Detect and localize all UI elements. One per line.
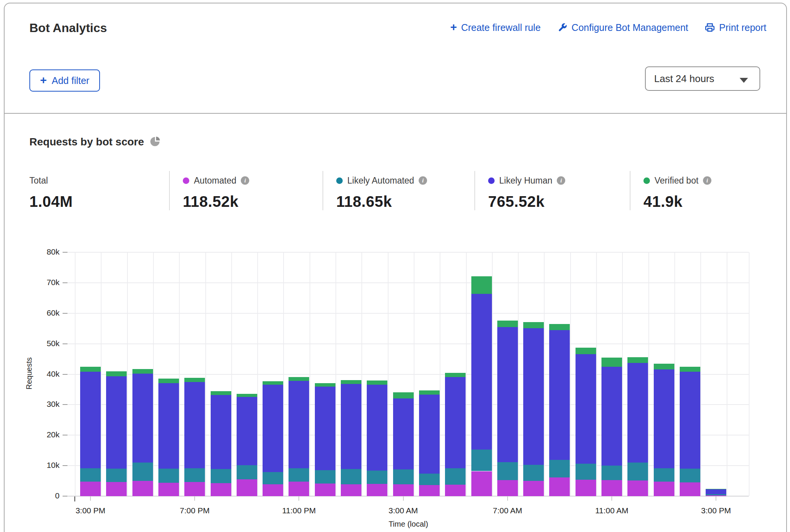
bar-segment-verified-bot[interactable] (393, 392, 414, 398)
bar-segment-likely-automated[interactable] (706, 494, 726, 495)
bar-segment-likely-human[interactable] (419, 395, 440, 474)
bar-segment-verified-bot[interactable] (706, 489, 726, 489)
bar-segment-verified-bot[interactable] (601, 358, 622, 367)
bar-segment-likely-automated[interactable] (289, 468, 309, 481)
bar-segment-verified-bot[interactable] (158, 379, 179, 383)
bar-segment-automated[interactable] (106, 482, 127, 496)
add-filter-button[interactable]: + Add filter (29, 69, 100, 92)
bar-segment-likely-human[interactable] (263, 385, 283, 472)
bar-segment-automated[interactable] (627, 480, 648, 496)
bar-segment-automated[interactable] (289, 482, 309, 496)
bar-segment-automated[interactable] (263, 484, 283, 496)
bar-segment-automated[interactable] (445, 485, 466, 496)
bar-segment-verified-bot[interactable] (315, 383, 335, 387)
bar-segment-automated[interactable] (237, 479, 257, 496)
bar-segment-likely-automated[interactable] (315, 470, 335, 484)
bar-segment-automated[interactable] (132, 481, 153, 496)
bar-segment-likely-human[interactable] (367, 385, 387, 470)
bar-segment-automated[interactable] (523, 481, 544, 496)
bar-segment-verified-bot[interactable] (627, 357, 648, 363)
bar-segment-automated[interactable] (680, 482, 700, 496)
bar-segment-automated[interactable] (471, 471, 492, 496)
bar-segment-likely-automated[interactable] (445, 468, 466, 484)
bar-segment-automated[interactable] (184, 482, 205, 496)
bar-segment-verified-bot[interactable] (654, 364, 674, 369)
bar-segment-likely-human[interactable] (289, 381, 309, 468)
bar-segment-verified-bot[interactable] (419, 390, 440, 395)
bar-segment-likely-automated[interactable] (654, 468, 674, 482)
bar-segment-likely-human[interactable] (211, 395, 231, 469)
bar-segment-verified-bot[interactable] (445, 373, 466, 377)
bar-segment-verified-bot[interactable] (497, 321, 518, 327)
bar-segment-likely-human[interactable] (184, 382, 205, 468)
bar-segment-verified-bot[interactable] (132, 369, 153, 374)
bar-segment-likely-human[interactable] (706, 489, 726, 495)
bar-segment-likely-human[interactable] (601, 367, 622, 466)
bar-segment-likely-human[interactable] (497, 327, 518, 462)
bar-segment-verified-bot[interactable] (341, 380, 361, 384)
bar-segment-likely-automated[interactable] (601, 466, 622, 480)
time-range-dropdown[interactable]: Last 24 hours (645, 66, 760, 91)
bar-segment-likely-human[interactable] (549, 330, 570, 459)
bar-segment-likely-automated[interactable] (367, 471, 387, 484)
create-firewall-rule-link[interactable]: + Create firewall rule (450, 22, 541, 33)
bar-segment-automated[interactable] (341, 484, 361, 496)
info-icon[interactable]: i (419, 176, 427, 185)
bar-segment-likely-human[interactable] (680, 372, 700, 469)
bar-segment-verified-bot[interactable] (576, 348, 596, 354)
bar-segment-verified-bot[interactable] (263, 381, 283, 385)
bar-segment-verified-bot[interactable] (549, 324, 570, 330)
info-icon[interactable]: i (557, 176, 565, 185)
bar-segment-likely-human[interactable] (576, 354, 596, 464)
bar-segment-verified-bot[interactable] (80, 367, 101, 372)
bar-segment-automated[interactable] (367, 484, 387, 496)
bar-segment-likely-automated[interactable] (341, 469, 361, 484)
bar-segment-likely-automated[interactable] (263, 472, 283, 484)
info-icon[interactable]: i (241, 176, 249, 185)
bar-segment-likely-automated[interactable] (211, 469, 231, 483)
bar-segment-automated[interactable] (706, 495, 726, 496)
info-icon[interactable]: i (703, 176, 711, 185)
bar-segment-verified-bot[interactable] (680, 367, 700, 372)
bar-segment-likely-human[interactable] (471, 294, 492, 449)
bar-segment-likely-automated[interactable] (158, 469, 179, 483)
bar-segment-verified-bot[interactable] (523, 322, 544, 328)
bar-segment-likely-automated[interactable] (497, 462, 518, 480)
bar-segment-automated[interactable] (576, 480, 596, 496)
bar-segment-likely-automated[interactable] (184, 468, 205, 482)
bar-segment-automated[interactable] (315, 484, 335, 496)
bar-segment-likely-automated[interactable] (627, 463, 648, 480)
bar-segment-likely-human[interactable] (315, 387, 335, 470)
bar-segment-automated[interactable] (211, 483, 231, 496)
bar-segment-likely-automated[interactable] (106, 469, 127, 482)
bar-segment-likely-automated[interactable] (419, 474, 440, 485)
bar-segment-likely-human[interactable] (132, 374, 153, 463)
bar-segment-likely-human[interactable] (654, 369, 674, 469)
bar-segment-verified-bot[interactable] (211, 391, 231, 395)
bar-segment-automated[interactable] (601, 480, 622, 496)
bar-segment-likely-automated[interactable] (237, 465, 257, 480)
bar-segment-likely-automated[interactable] (680, 469, 700, 482)
bar-segment-likely-automated[interactable] (523, 465, 544, 481)
bar-segment-likely-automated[interactable] (576, 464, 596, 480)
bar-segment-likely-human[interactable] (80, 372, 101, 468)
bar-segment-verified-bot[interactable] (367, 380, 387, 385)
bar-segment-verified-bot[interactable] (237, 394, 257, 397)
bar-segment-likely-human[interactable] (237, 397, 257, 465)
bar-segment-likely-automated[interactable] (80, 468, 101, 482)
bar-segment-automated[interactable] (419, 485, 440, 496)
print-report-link[interactable]: Print report (705, 22, 766, 33)
bar-segment-verified-bot[interactable] (106, 371, 127, 377)
bar-segment-likely-automated[interactable] (549, 460, 570, 477)
bar-segment-verified-bot[interactable] (471, 276, 492, 294)
bar-segment-likely-human[interactable] (341, 384, 361, 469)
bar-segment-verified-bot[interactable] (289, 377, 309, 381)
bar-segment-likely-automated[interactable] (393, 469, 414, 484)
bar-segment-likely-human[interactable] (106, 376, 127, 469)
bar-segment-verified-bot[interactable] (184, 378, 205, 382)
bar-segment-likely-human[interactable] (627, 363, 648, 463)
bar-segment-automated[interactable] (497, 480, 518, 496)
bar-segment-likely-automated[interactable] (132, 463, 153, 481)
bar-segment-automated[interactable] (393, 484, 414, 496)
bar-segment-likely-human[interactable] (445, 377, 466, 469)
